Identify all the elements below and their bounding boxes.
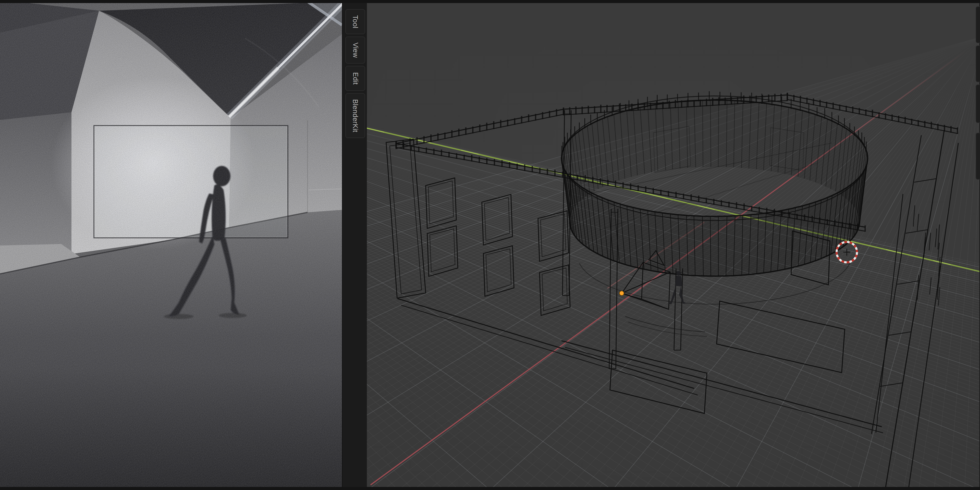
window-top-border [0, 0, 980, 3]
tab-view-label: View [351, 42, 359, 58]
tab-tool[interactable]: Tool [345, 9, 365, 34]
tab-tool-label: Tool [352, 15, 360, 28]
wireframe-3d-viewport[interactable] [366, 0, 980, 490]
collapsed-tab-sliver[interactable] [976, 6, 980, 43]
collapsed-tab-sliver[interactable] [976, 133, 980, 180]
right-edge-collapsed-tabs [977, 0, 980, 490]
tab-edit[interactable]: Edit [345, 66, 365, 91]
tab-edit-label: Edit [352, 72, 360, 85]
collapsed-tab-sliver[interactable] [976, 84, 980, 123]
tab-view[interactable]: View [345, 37, 365, 64]
rendered-viewport[interactable] [0, 0, 342, 490]
tab-blenderkit-label: BlenderKit [352, 99, 360, 132]
viewport-scene [366, 0, 980, 490]
tab-blenderkit[interactable]: BlenderKit [345, 93, 365, 138]
blender-window: Tool View Edit BlenderKit [0, 0, 980, 490]
render-image [0, 0, 342, 490]
npanel-tab-strip: Tool View Edit BlenderKit [342, 0, 367, 490]
window-bottom-border [0, 487, 980, 490]
camera-origin-dot [619, 291, 624, 296]
collapsed-tab-sliver[interactable] [976, 45, 980, 82]
